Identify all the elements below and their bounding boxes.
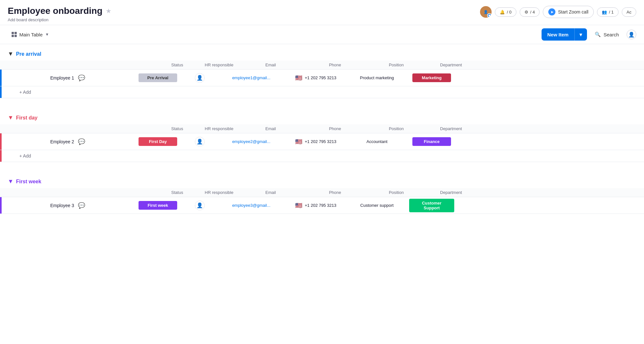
group-toggle-pre-arrival[interactable]: ▼ [8, 51, 14, 57]
flag-us-icon: 🇺🇸 [295, 74, 302, 81]
comment-icon[interactable]: 💬 [78, 138, 85, 145]
col-headers-first-week: Status HR responsible Email Phone Positi… [0, 188, 644, 197]
cell-email[interactable]: employee2@gmail... [219, 139, 284, 144]
col-headers-first-day: Status HR responsible Email Phone Positi… [0, 124, 644, 133]
cell-status[interactable]: First Day [135, 137, 180, 146]
phone-number: +1 202 795 3213 [305, 75, 336, 80]
toolbar-right: New Item ▼ 🔍 Search 👤 [542, 28, 636, 41]
phone-number: +1 202 795 3213 [305, 203, 336, 208]
cell-status[interactable]: First week [135, 201, 180, 210]
hr-avatar: 👤 [195, 137, 205, 147]
table-row: Employee 1 💬 Pre Arrival 👤 employee1@gma… [0, 70, 644, 86]
add-label: + Add [19, 153, 31, 158]
phone-number: +1 202 795 3213 [305, 139, 336, 144]
add-label: + Add [19, 90, 31, 95]
flag-us-icon: 🇺🇸 [295, 202, 302, 209]
cell-employee-name: Employee 2 💬 [0, 138, 135, 145]
group-first-day: ▼ First day Status HR responsible Email … [0, 108, 644, 162]
email-link[interactable]: employee1@gmail... [232, 75, 271, 80]
status-badge: Pre Arrival [139, 73, 177, 82]
avatar[interactable]: 👤 [480, 6, 492, 18]
status-badge: First week [139, 201, 177, 210]
zoom-label: Start Zoom call [558, 9, 588, 14]
col-email: Email [238, 62, 303, 67]
person-count-button[interactable]: 👥 / 1 [597, 7, 618, 17]
cell-phone: 🇺🇸 +1 202 795 3213 [284, 74, 348, 81]
page-header: Employee onboarding ★ Add board descript… [0, 0, 644, 25]
dept-badge: Finance [412, 137, 451, 146]
integrations-count: / 4 [530, 10, 535, 14]
group-separator-2 [0, 162, 644, 172]
dept-badge: Customer Support [409, 199, 454, 212]
cell-email[interactable]: employee1@gmail... [219, 75, 284, 80]
zoom-call-button[interactable]: Start Zoom call [543, 6, 594, 18]
toolbar-left: Main Table ▼ [8, 30, 53, 39]
main-table-button[interactable]: Main Table ▼ [8, 30, 53, 39]
main-table-label: Main Table [19, 32, 43, 37]
position-text: Product marketing [360, 75, 394, 80]
cell-status[interactable]: Pre Arrival [135, 73, 180, 82]
group-first-week: ▼ First week Status HR responsible Email… [0, 172, 644, 214]
activity-button[interactable]: Ac [622, 7, 636, 17]
new-item-arrow-icon[interactable]: ▼ [575, 29, 587, 40]
cell-department[interactable]: Finance [406, 137, 457, 146]
board-description[interactable]: Add board description [8, 17, 111, 22]
notifications-button[interactable]: 🔔 / 0 [495, 7, 516, 17]
position-text: Accountant [366, 139, 387, 144]
add-row-button[interactable]: + Add [2, 150, 31, 162]
integration-icon: ⚙ [524, 10, 528, 14]
header-right: 👤 🔔 / 0 ⚙ / 4 Start Zoom call 👥 / 1 Ac [480, 6, 636, 18]
col-position: Position [367, 126, 425, 131]
header-title-row: Employee onboarding ★ [8, 6, 111, 16]
cell-department[interactable]: Customer Support [406, 199, 457, 212]
comment-icon[interactable]: 💬 [78, 74, 85, 81]
hr-avatar: 👤 [195, 201, 205, 210]
cell-position: Accountant [348, 139, 406, 144]
cell-email[interactable]: employee3@gmail... [219, 203, 284, 208]
comment-icon[interactable]: 💬 [78, 202, 85, 209]
star-icon[interactable]: ★ [106, 7, 111, 15]
board-content: ▼ Pre arrival Status HR responsible Emai… [0, 44, 644, 214]
group-title-pre-arrival: Pre arrival [16, 51, 41, 57]
cell-phone: 🇺🇸 +1 202 795 3213 [284, 202, 348, 209]
cell-department[interactable]: Marketing [406, 73, 457, 82]
group-title-first-day: First day [16, 115, 38, 121]
header-left: Employee onboarding ★ Add board descript… [8, 6, 111, 22]
col-status: Status [155, 190, 200, 195]
col-hr: HR responsible [200, 126, 238, 131]
page-title: Employee onboarding [8, 6, 102, 16]
col-phone: Phone [303, 190, 367, 195]
row-border-blue [0, 70, 2, 86]
cell-hr[interactable]: 👤 [180, 73, 219, 83]
integrations-button[interactable]: ⚙ / 4 [520, 7, 540, 17]
col-status: Status [155, 62, 200, 67]
group-toggle-first-day[interactable]: ▼ [8, 114, 14, 121]
activity-label: Ac [627, 10, 631, 14]
col-headers-pre-arrival: Status HR responsible Email Phone Positi… [0, 61, 644, 70]
col-phone: Phone [303, 126, 367, 131]
group-header-pre-arrival: ▼ Pre arrival [0, 44, 644, 61]
add-row-pre-arrival: + Add [0, 86, 644, 98]
zoom-icon [548, 8, 555, 15]
employee-name: Employee 3 [50, 203, 74, 208]
position-text: Customer support [360, 203, 393, 208]
col-dept: Department [425, 190, 477, 195]
add-row-button[interactable]: + Add [2, 86, 31, 98]
group-header-first-day: ▼ First day [0, 108, 644, 124]
group-title-first-week: First week [16, 179, 41, 185]
table-icon [12, 32, 17, 37]
new-item-button[interactable]: New Item ▼ [542, 28, 587, 41]
user-profile-icon[interactable]: 👤 [627, 30, 636, 39]
cell-hr[interactable]: 👤 [180, 201, 219, 210]
add-row-first-day: + Add [0, 150, 644, 162]
col-hr: HR responsible [200, 62, 238, 67]
status-badge: First Day [139, 137, 177, 146]
cell-hr[interactable]: 👤 [180, 137, 219, 147]
avatar-group: 👤 [480, 6, 492, 18]
toolbar: Main Table ▼ New Item ▼ 🔍 Search 👤 [0, 25, 644, 44]
group-toggle-first-week[interactable]: ▼ [8, 178, 14, 185]
email-link[interactable]: employee2@gmail... [232, 139, 271, 144]
search-button[interactable]: 🔍 Search [591, 30, 623, 39]
bell-icon: 🔔 [500, 10, 505, 14]
email-link[interactable]: employee3@gmail... [232, 203, 271, 208]
